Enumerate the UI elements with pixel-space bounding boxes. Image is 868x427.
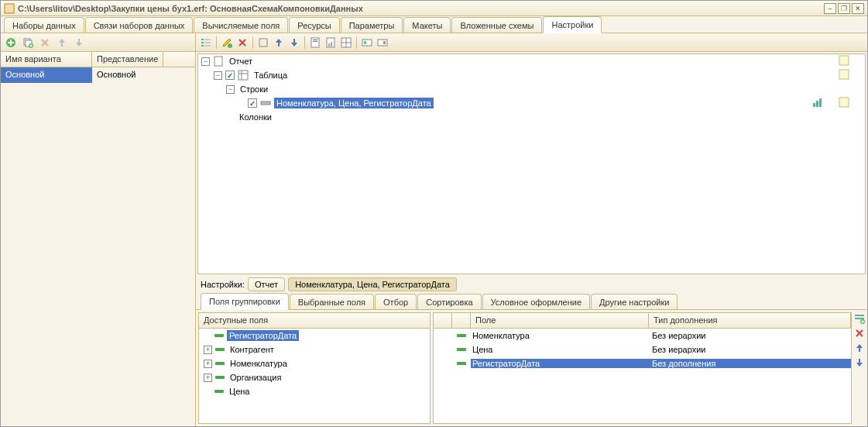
field-icon bbox=[457, 334, 466, 337]
field-row[interactable]: Цена Без иерархии bbox=[434, 343, 851, 356]
svg-rect-33 bbox=[813, 103, 815, 107]
side-up-button[interactable] bbox=[853, 342, 866, 354]
field-type: Без иерархии bbox=[652, 345, 705, 354]
tab-parameters[interactable]: Параметры bbox=[341, 17, 403, 33]
stat-icon[interactable] bbox=[812, 97, 823, 109]
expand-icon[interactable]: + bbox=[204, 374, 212, 382]
field-row[interactable]: РегистраторДата Без дополнения bbox=[434, 356, 851, 370]
tab-resources[interactable]: Ресурсы bbox=[289, 17, 339, 33]
subtab-sort[interactable]: Сортировка bbox=[417, 294, 481, 309]
col-presentation: Представление bbox=[92, 52, 163, 67]
move-down-button[interactable] bbox=[72, 36, 86, 50]
field-row[interactable]: Номенклатура Без иерархии bbox=[434, 329, 851, 343]
collapse-icon[interactable]: − bbox=[214, 71, 222, 80]
edit-button[interactable] bbox=[220, 36, 234, 50]
avail-item[interactable]: +Организация bbox=[199, 370, 430, 384]
subtab-other[interactable]: Другие настройки bbox=[591, 294, 678, 309]
avail-item[interactable]: Цена bbox=[199, 384, 430, 398]
items-button[interactable] bbox=[199, 36, 213, 50]
variant-name-cell: Основной bbox=[1, 67, 92, 83]
available-list[interactable]: РегистраторДата +Контрагент +Номенклатур… bbox=[199, 329, 430, 423]
variant2-icon[interactable] bbox=[376, 36, 389, 50]
subtab-label: Сортировка bbox=[426, 298, 472, 307]
tab-dataset-links[interactable]: Связи наборов данных bbox=[85, 17, 194, 33]
subtab-group-fields[interactable]: Поля группировки bbox=[201, 293, 289, 310]
tree-root[interactable]: Отчет bbox=[227, 56, 255, 67]
variant-row[interactable]: Основной Основной bbox=[1, 67, 195, 83]
avail-item[interactable]: +Номенклатура bbox=[199, 356, 430, 370]
tree-cols[interactable]: Колонки bbox=[237, 112, 274, 122]
tab-label: Наборы данных bbox=[12, 21, 76, 30]
items2-button[interactable] bbox=[256, 36, 270, 50]
avail-label: Контрагент bbox=[228, 344, 276, 355]
svg-rect-26 bbox=[214, 57, 222, 66]
remove-button[interactable] bbox=[235, 36, 249, 50]
avail-item[interactable]: +Контрагент bbox=[199, 343, 430, 356]
svg-rect-17 bbox=[328, 43, 330, 46]
delete-button[interactable] bbox=[38, 36, 52, 50]
svg-rect-7 bbox=[201, 45, 204, 46]
maximize-button[interactable]: ❐ bbox=[838, 3, 850, 14]
field-icon bbox=[457, 348, 466, 351]
svg-rect-37 bbox=[855, 315, 864, 316]
report-icon[interactable] bbox=[308, 36, 322, 50]
tab-datasets[interactable]: Наборы данных bbox=[4, 17, 84, 33]
svg-rect-6 bbox=[201, 42, 204, 43]
structure-tree[interactable]: − Отчет − Таблица − Строки Номенклатура,… bbox=[197, 53, 866, 274]
collapse-icon[interactable]: − bbox=[201, 57, 210, 66]
variant-repr-cell: Основной bbox=[92, 67, 184, 83]
svg-rect-38 bbox=[855, 318, 864, 319]
breadcrumb-fields[interactable]: Номенклатура, Цена, РегистраторДата bbox=[288, 277, 457, 291]
side-down-button[interactable] bbox=[853, 356, 866, 369]
collapse-icon[interactable]: − bbox=[226, 85, 235, 94]
table-checkbox[interactable] bbox=[225, 71, 235, 80]
avail-label: РегистраторДата bbox=[227, 330, 299, 341]
close-button[interactable]: ✕ bbox=[852, 3, 864, 14]
group-fields-panel: Поле Тип дополнения Номенклатура Без иер… bbox=[433, 312, 852, 424]
variants-header: Имя варианта Представление bbox=[1, 52, 195, 67]
field-type: Без иерархии bbox=[652, 331, 705, 340]
svg-rect-12 bbox=[259, 39, 267, 46]
tab-calc-fields[interactable]: Вычисляемые поля bbox=[194, 17, 288, 33]
tab-nested-schemas[interactable]: Вложенные схемы bbox=[451, 17, 542, 33]
report-node-icon bbox=[213, 56, 224, 67]
props-icon[interactable] bbox=[839, 97, 849, 109]
up-button[interactable] bbox=[272, 36, 286, 50]
svg-rect-36 bbox=[839, 98, 849, 107]
props-icon[interactable] bbox=[839, 55, 849, 67]
expand-icon[interactable]: + bbox=[204, 346, 212, 354]
expand-icon[interactable]: + bbox=[204, 360, 212, 368]
grid-icon[interactable] bbox=[339, 36, 353, 50]
svg-rect-28 bbox=[238, 71, 248, 80]
svg-rect-8 bbox=[204, 39, 211, 40]
subtab-selected-fields[interactable]: Выбранные поля bbox=[290, 294, 374, 309]
side-add-button[interactable] bbox=[853, 312, 866, 325]
tree-table[interactable]: Таблица bbox=[252, 70, 290, 81]
subtab-conditional[interactable]: Условное оформление bbox=[482, 294, 590, 309]
field-name: РегистраторДата bbox=[472, 359, 540, 368]
svg-rect-31 bbox=[839, 70, 849, 79]
tab-settings[interactable]: Настройки bbox=[543, 16, 602, 33]
app-icon bbox=[4, 3, 15, 14]
side-del-button[interactable] bbox=[853, 327, 866, 339]
props-icon[interactable] bbox=[839, 69, 849, 81]
report2-icon[interactable] bbox=[324, 36, 338, 50]
tab-templates[interactable]: Макеты bbox=[403, 17, 451, 33]
fields-checkbox[interactable] bbox=[248, 98, 257, 108]
tree-row-fields[interactable]: Номенклатура, Цена, РегистраторДата bbox=[274, 98, 434, 108]
subtab-label: Отбор bbox=[383, 298, 408, 307]
tree-rows[interactable]: Строки bbox=[238, 84, 270, 95]
subtab-filter[interactable]: Отбор bbox=[375, 294, 417, 309]
breadcrumb-report[interactable]: Отчет bbox=[248, 277, 285, 291]
variant-icon[interactable] bbox=[360, 36, 374, 50]
svg-rect-23 bbox=[364, 41, 366, 44]
avail-item[interactable]: РегистраторДата bbox=[199, 329, 430, 343]
minimize-button[interactable]: – bbox=[824, 3, 836, 14]
move-up-button[interactable] bbox=[55, 36, 69, 50]
copy-button[interactable] bbox=[21, 36, 35, 50]
svg-rect-25 bbox=[383, 41, 386, 44]
fields-area: Доступные поля РегистраторДата +Контраге… bbox=[196, 310, 867, 426]
tab-label: Вложенные схемы bbox=[460, 21, 533, 30]
add-button[interactable] bbox=[4, 36, 18, 50]
down-button[interactable] bbox=[287, 36, 301, 50]
